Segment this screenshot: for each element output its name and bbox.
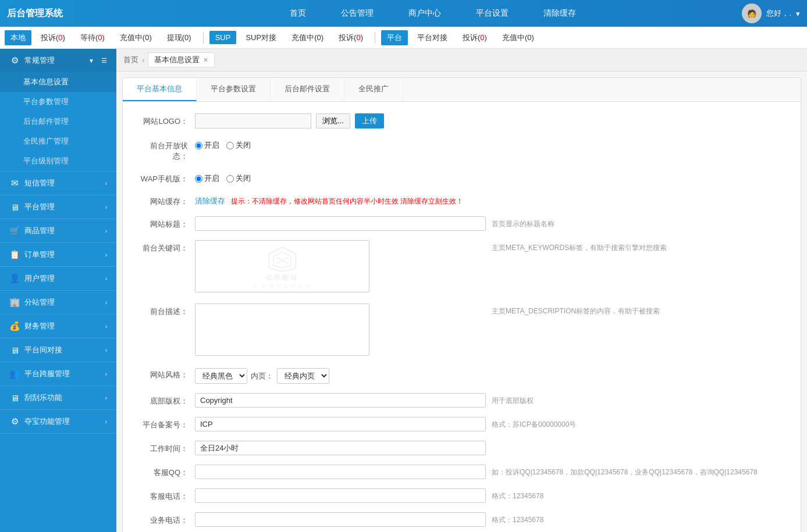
cart-icon: 🛒: [9, 226, 20, 236]
sidebar-item-treasure[interactable]: ⚙ 夺宝功能管理 ›: [0, 410, 116, 433]
breadcrumb-home[interactable]: 首页: [123, 55, 138, 65]
wap-radio-close-input[interactable]: [226, 175, 234, 183]
nav-sup[interactable]: SUP: [209, 31, 237, 44]
radio-open-input[interactable]: [195, 142, 202, 149]
sidebar-inter-platform-label: 平台间对接: [24, 345, 62, 355]
nav-sup-recharge[interactable]: 充值中(0): [286, 30, 329, 45]
close-tab-icon[interactable]: ✕: [203, 56, 208, 64]
inner-page-select[interactable]: 经典内页: [277, 368, 329, 384]
radio-close-input[interactable]: [226, 142, 234, 149]
business-phone-hint: 格式：12345678: [492, 512, 543, 525]
branch-icon: 🏢: [9, 297, 20, 308]
menu-announcement[interactable]: 公告管理: [341, 8, 374, 19]
icp-input[interactable]: [195, 417, 486, 431]
keywords-control: 亿码酷站 Y M H U Z H A N: [195, 240, 486, 294]
sidebar-item-user[interactable]: 👤 用户管理 ›: [0, 267, 116, 290]
tab-mass-promote[interactable]: 全民推广: [344, 78, 403, 101]
menu-platform-settings[interactable]: 平台设置: [476, 8, 509, 19]
wap-radio-close[interactable]: 关闭: [226, 173, 251, 184]
withdraw-count: 0: [184, 33, 189, 42]
menu-clear-cache[interactable]: 清除缓存: [543, 8, 576, 19]
nav-complaint[interactable]: 投诉(0): [35, 30, 71, 45]
nav-platform-connect[interactable]: 平台对接: [411, 30, 453, 45]
description-control: [195, 304, 486, 358]
app-title: 后台管理系统: [7, 8, 123, 20]
icp-label: 平台备案号：: [137, 417, 195, 430]
radio-open[interactable]: 开启: [195, 140, 219, 151]
site-title-input[interactable]: [195, 216, 486, 231]
keywords-textarea-wrapper: 亿码酷站 Y M H U Z H A N: [195, 240, 369, 294]
avatar[interactable]: 🧑: [742, 3, 762, 23]
sidebar-item-platform[interactable]: 🖥 平台管理 ›: [0, 195, 116, 219]
qq-input[interactable]: [195, 465, 486, 479]
nav-withdraw[interactable]: 提现(0): [161, 30, 197, 45]
sidebar-item-cross-server[interactable]: 👥 平台跨服管理 ›: [0, 362, 116, 385]
menu-home[interactable]: 首页: [290, 8, 306, 19]
sidebar-section-sms: ✉ 短信管理 ›: [0, 172, 116, 195]
nav-local[interactable]: 本地: [5, 30, 31, 45]
form-row-cache: 网站缓存： 清除缓存 提示：不清除缓存，修改网站首页任何内容半小时生效 清除缓存…: [137, 194, 787, 207]
browse-button[interactable]: 浏览...: [316, 113, 350, 128]
upload-button[interactable]: 上传: [355, 113, 384, 128]
sidebar-level-label: 平台级别管理: [23, 156, 69, 165]
nav-waiting[interactable]: 等待(0): [74, 30, 111, 45]
order-icon: 📋: [9, 249, 20, 260]
chevron-right-icon8: ›: [105, 347, 107, 354]
keywords-label: 前台关键词：: [137, 240, 195, 253]
frontend-status-label: 前台开放状态：: [137, 138, 195, 162]
nav-platform-recharge[interactable]: 充值中(0): [496, 30, 540, 45]
customer-phone-control: [195, 488, 486, 503]
sidebar-goods-label: 商品管理: [24, 226, 55, 236]
sidebar-subitem-email[interactable]: 后台邮件管理: [0, 112, 116, 131]
form-row-qq: 客服QQ： 如：投诉QQ|12345678，加款QQ|12345678，业务QQ…: [137, 465, 787, 479]
wap-open-label: 开启: [204, 173, 219, 184]
clear-cache-link[interactable]: 清除缓存: [195, 196, 225, 206]
nav-sup-complaint[interactable]: 投诉(0): [333, 30, 369, 45]
business-phone-input[interactable]: [195, 512, 486, 527]
nav-platform[interactable]: 平台: [381, 30, 408, 45]
sidebar-subitem-basic-info[interactable]: 基本信息设置: [0, 72, 116, 92]
avatar-icon: 🧑: [747, 9, 756, 18]
breadcrumb-current-tab[interactable]: 基本信息设置 ✕: [148, 52, 215, 67]
copyright-label: 底部版权：: [137, 393, 195, 406]
nav-sup-connect[interactable]: SUP对接: [240, 30, 282, 45]
sidebar-subitem-level[interactable]: 平台级别管理: [0, 151, 116, 171]
sidebar-subitem-promotion[interactable]: 全民推广管理: [0, 131, 116, 151]
top-right: 🧑 您好，. ▾: [742, 3, 800, 23]
form-row-logo: 网站LOGO： 浏览... 上传: [137, 113, 787, 128]
sidebar-item-order[interactable]: 📋 订单管理 ›: [0, 243, 116, 266]
menu-merchant[interactable]: 商户中心: [408, 8, 441, 19]
sidebar-item-sms[interactable]: ✉ 短信管理 ›: [0, 172, 116, 195]
sidebar-item-scratch[interactable]: 🖥 刮刮乐功能 ›: [0, 386, 116, 409]
description-textarea[interactable]: [195, 304, 369, 356]
sidebar-section-cross-server: 👥 平台跨服管理 ›: [0, 362, 116, 386]
form-row-wap: WAP手机版： 开启 关闭: [137, 171, 787, 184]
tab-basic-info[interactable]: 平台基本信息: [123, 78, 197, 101]
sidebar-section-goods: 🛒 商品管理 ›: [0, 219, 116, 243]
nav-platform-complaint[interactable]: 投诉(0): [457, 30, 493, 45]
form-row-business-phone: 业务电话： 格式：12345678: [137, 512, 787, 527]
sidebar-item-inter-platform[interactable]: 🖥 平台间对接 ›: [0, 338, 116, 362]
logo-file-display: [195, 113, 311, 128]
style-select[interactable]: 经典黑色: [195, 368, 247, 384]
dropdown-icon[interactable]: ▾: [796, 9, 800, 18]
sidebar-item-general[interactable]: ⚙ 常规管理 ▼ ☰: [0, 49, 116, 72]
sidebar-subitem-platform-params[interactable]: 平台参数管理: [0, 92, 116, 112]
customer-phone-input[interactable]: [195, 488, 486, 503]
form-row-copyright: 底部版权： 用于底部版权: [137, 393, 787, 408]
sidebar-item-finance[interactable]: 💰 财务管理 ›: [0, 315, 116, 338]
worktime-input[interactable]: [195, 441, 486, 455]
tab-email-settings[interactable]: 后台邮件设置: [271, 78, 344, 101]
platform-recharge-count: 0: [527, 33, 531, 42]
copyright-input[interactable]: [195, 393, 486, 408]
sidebar-item-branch[interactable]: 🏢 分站管理 ›: [0, 291, 116, 314]
tab-platform-params[interactable]: 平台参数设置: [197, 78, 271, 101]
sidebar-item-goods[interactable]: 🛒 商品管理 ›: [0, 219, 116, 242]
collapse-icon[interactable]: ☰: [101, 57, 107, 65]
keywords-textarea[interactable]: [195, 240, 369, 292]
wap-radio-open[interactable]: 开启: [195, 173, 219, 184]
wap-radio-open-input[interactable]: [195, 175, 202, 183]
sidebar-cross-server-label: 平台跨服管理: [24, 369, 70, 379]
radio-close[interactable]: 关闭: [226, 140, 251, 151]
nav-recharge[interactable]: 充值中(0): [114, 30, 158, 45]
